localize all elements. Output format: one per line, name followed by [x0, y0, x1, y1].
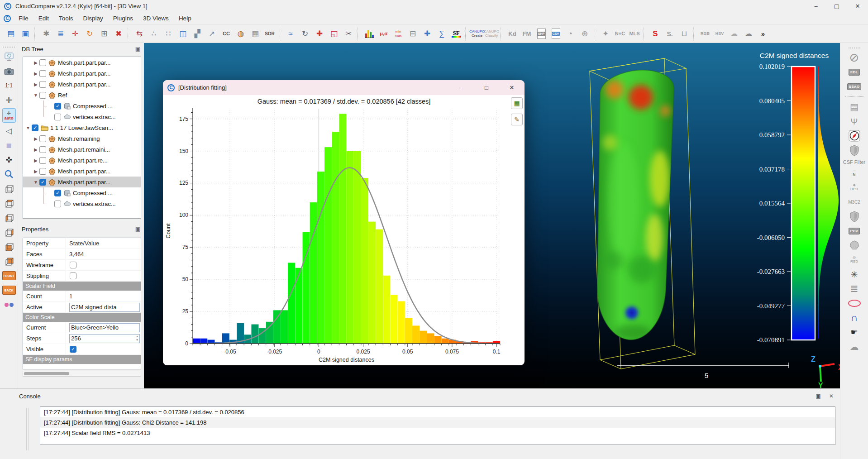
screenshot-camera-icon[interactable] [2, 65, 16, 77]
visibility-checkbox[interactable]: ✓ [39, 179, 46, 186]
visibility-checkbox[interactable]: ✓ [54, 103, 61, 110]
save-file-icon[interactable]: ▣ [19, 27, 32, 41]
menu-item-tools[interactable]: Tools [54, 13, 78, 24]
cc-label-icon[interactable]: CC [219, 27, 233, 41]
tree-item[interactable]: ▶Mesh.part.part.par... [23, 68, 141, 79]
cloud-lod-icon[interactable]: ☁ [727, 27, 741, 41]
view-right-icon[interactable] [2, 226, 16, 239]
dialog-title-bar[interactable]: C [Distribution fitting] – □ ✕ [163, 80, 525, 95]
shp-export-icon[interactable]: SHP [534, 27, 548, 41]
collapse-arrow-icon[interactable]: ▼ [33, 180, 39, 185]
stereo-dots-icon[interactable] [2, 298, 16, 311]
fine-registration-icon[interactable]: ⇆ [133, 27, 146, 41]
view-iso2-icon[interactable] [2, 255, 16, 268]
expand-arrow-icon[interactable]: ▶ [33, 158, 39, 163]
normal-tool-icon[interactable]: →N [847, 167, 862, 179]
open-file-icon[interactable]: ▤ [4, 27, 18, 41]
connected-components-icon[interactable]: ▞ [191, 27, 204, 41]
perspective-cube-icon[interactable]: ■ [2, 139, 16, 152]
interactors-gizmo-icon[interactable]: ✜ [2, 153, 16, 166]
tree-item[interactable]: ▼Ref [23, 90, 141, 100]
zoom-1-1-icon[interactable]: 1:1 [2, 79, 16, 92]
merge-icon[interactable]: ⊞ [97, 27, 111, 41]
sor-filter-icon[interactable]: SOR [263, 27, 277, 41]
rsd-icon[interactable]: ◍RSD [847, 253, 862, 266]
visibility-checkbox[interactable] [39, 92, 46, 99]
spherical-globe-icon[interactable]: ⊕ [578, 27, 591, 41]
auto-pivot-icon[interactable]: ✛auto [2, 108, 16, 123]
hsv-filter-icon[interactable]: HSV [713, 27, 726, 41]
octree-icon[interactable]: ∷ [162, 27, 175, 41]
view-top-icon[interactable] [2, 197, 16, 210]
visibility-checkbox[interactable] [54, 201, 61, 207]
sculpt-icon[interactable]: ◍ [234, 27, 248, 41]
display-options-icon[interactable]: ✱ [39, 27, 53, 41]
tree-item[interactable]: vertices.extrac... [23, 198, 141, 209]
subsample-icon[interactable]: ∴ [147, 27, 161, 41]
fm-tool-icon[interactable]: FM [520, 27, 534, 41]
hpr-icon[interactable]: ◆HPR [847, 181, 862, 194]
clean-broom-icon[interactable]: Ψ [847, 115, 862, 128]
visibility-checkbox[interactable] [39, 157, 46, 164]
expand-arrow-icon[interactable]: ▶ [33, 136, 39, 141]
shadevis-shield-icon[interactable] [847, 210, 862, 223]
interactive-transform-icon[interactable]: ↗ [205, 27, 219, 41]
rotate-icon[interactable]: ↻ [298, 27, 312, 41]
edit-histogram-button[interactable]: ✎ [511, 114, 523, 125]
collapse-arrow-icon[interactable]: ▼ [25, 125, 31, 130]
visibility-checkbox[interactable] [39, 70, 46, 77]
precision-gears-icon[interactable]: ✳ [847, 268, 862, 281]
scissors-segment-icon[interactable]: ✂ [342, 27, 355, 41]
cloud-histogram-icon[interactable]: ☁ [742, 27, 755, 41]
tree-item[interactable]: ▼✓1 1 17 LowerJawScan... [23, 122, 141, 133]
menu-item-plugins[interactable]: Plugins [108, 13, 138, 24]
minimize-button[interactable]: – [806, 0, 826, 12]
tree-item[interactable]: ✓Compressed ... [23, 187, 141, 198]
animation-clapper-icon[interactable]: ▤ [847, 100, 862, 113]
property-spinbox[interactable]: 256▲▼ [69, 334, 140, 343]
property-dropdown[interactable]: Blue>Green>Yello [69, 323, 140, 332]
tree-item[interactable]: ▶Mesh.remaining [23, 133, 141, 144]
rgb-filter-icon[interactable]: RGB [698, 27, 712, 41]
m3c2-icon[interactable]: M3C2 [847, 196, 862, 208]
sf-delete-icon[interactable]: ⊟ [406, 27, 420, 41]
unroll-icon[interactable]: ⊔ [677, 27, 691, 41]
tree-item[interactable]: ✓Compressed ... [23, 100, 141, 111]
point-list-picking-icon[interactable]: ✛ [68, 27, 82, 41]
checkerboard-icon[interactable]: ▦ [248, 27, 262, 41]
float-panel-icon[interactable]: ▣ [135, 46, 140, 52]
visibility-checkbox[interactable] [39, 59, 46, 66]
csf-shield-icon[interactable] [847, 144, 862, 157]
view-bottom-icon[interactable] [2, 240, 16, 253]
voxelize-icon[interactable]: ◫ [176, 27, 190, 41]
camera-link-icon[interactable]: ◁ [2, 124, 16, 137]
canupo-classify-icon[interactable]: CANUPOClassify [485, 27, 498, 41]
tree-item[interactable]: ▶Mesh.part.part.re... [23, 155, 141, 166]
properties-list-icon[interactable]: ≣ [54, 27, 67, 41]
close-panel-icon[interactable]: ✕ [829, 393, 834, 399]
scrollbar-thumb[interactable] [24, 372, 69, 375]
sf-min-max-icon[interactable]: minmax [391, 27, 405, 41]
menu-item-edit[interactable]: Edit [33, 13, 54, 24]
normals-curvature-icon[interactable]: N+C [613, 27, 627, 41]
menu-item-3d-views[interactable]: 3D Views [138, 13, 174, 24]
view-left-icon[interactable] [2, 211, 16, 224]
tree-item[interactable]: ▶Mesh.part.part.par... [23, 57, 141, 68]
3d-object[interactable] [597, 70, 674, 341]
property-dropdown[interactable]: C2M signed dista [69, 303, 140, 312]
property-checkbox[interactable] [70, 273, 76, 279]
facet-poly-icon[interactable] [847, 239, 862, 252]
clone-icon[interactable]: ↻ [83, 27, 96, 41]
view-iso1-icon[interactable] [2, 182, 16, 195]
visibility-checkbox[interactable] [39, 146, 46, 153]
property-checkbox[interactable]: ✓ [70, 346, 76, 353]
ssao-shader-icon[interactable]: SSAO [847, 80, 862, 93]
arch-tool-icon[interactable]: ∩ [847, 311, 862, 324]
show-histogram-icon[interactable] [362, 27, 376, 41]
dialog-close-button[interactable]: ✕ [499, 80, 525, 95]
dialog-minimize-button[interactable]: – [448, 80, 474, 95]
tree-item[interactable]: ▼✓Mesh.part.part.par... [23, 177, 141, 187]
expand-arrow-icon[interactable]: ▶ [33, 71, 39, 76]
properties-hscrollbar[interactable] [23, 371, 141, 377]
sf-add-icon[interactable]: ✚ [420, 27, 434, 41]
